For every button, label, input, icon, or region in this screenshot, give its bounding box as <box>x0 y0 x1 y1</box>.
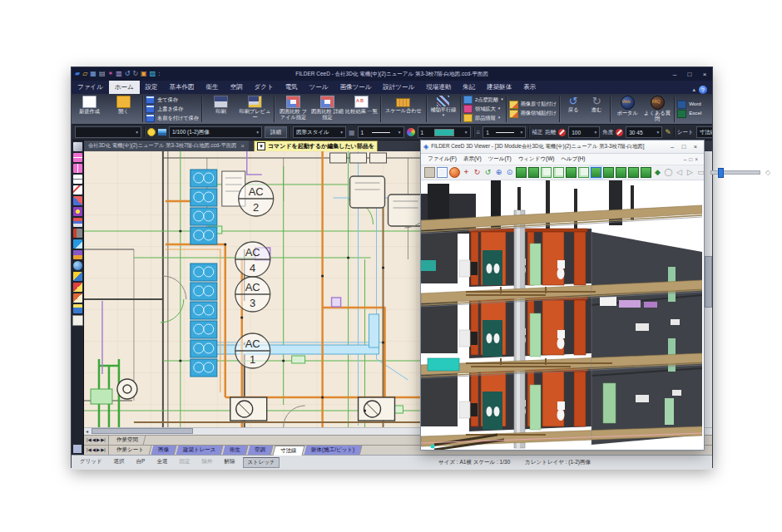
line-tool-icon[interactable] <box>73 175 82 184</box>
layer-visibility-icon[interactable] <box>147 128 156 136</box>
viewer-menu-tools[interactable]: ツール(T) <box>485 155 515 163</box>
section-box-icon[interactable] <box>591 167 601 178</box>
pipe-tool-icon[interactable] <box>73 250 82 259</box>
select-all-toggle[interactable]: 全選 <box>153 457 171 468</box>
sphere-tool-icon[interactable] <box>73 261 82 270</box>
child-minimize-button[interactable]: – <box>684 156 687 162</box>
polyline-tool-icon[interactable] <box>73 185 82 195</box>
ribbon-tab[interactable]: 朱記 <box>457 81 481 94</box>
viewer-menu-view[interactable]: 表示(V) <box>460 155 485 163</box>
step-back-icon[interactable]: ◁ <box>675 168 684 177</box>
clamp-tool-icon[interactable] <box>73 229 82 238</box>
color-wheel-icon[interactable] <box>407 128 415 136</box>
scrollbar-thumb[interactable] <box>92 428 193 434</box>
close-tab-icon[interactable]: × <box>240 142 245 150</box>
portal-button[interactable]: ポータル <box>613 96 641 116</box>
view-back-icon[interactable] <box>566 167 577 178</box>
angle-combo[interactable]: 30 45▾ <box>626 126 662 138</box>
sheet-tab-sanitary[interactable]: 衛生 <box>223 446 249 455</box>
ribbon-tab[interactable]: 建築躯体 <box>481 81 517 94</box>
ribbon-tab[interactable]: 衛生 <box>200 81 225 94</box>
ribbon-tab[interactable]: 画像ツール <box>334 81 377 94</box>
zoom-region-button[interactable]: 領域拡大 ▾ <box>463 105 500 113</box>
ribbon-tab[interactable]: 基本作図 <box>164 81 200 94</box>
star-tool-icon[interactable] <box>73 207 82 216</box>
ribbon-tab[interactable]: ツール <box>304 81 334 94</box>
redo-icon[interactable]: ↻ <box>132 70 138 78</box>
detail-button[interactable]: 詳細 <box>265 126 287 138</box>
workspace-tab[interactable]: 作業空間 <box>109 436 146 445</box>
zoom-window-icon[interactable]: ⊙ <box>505 168 514 177</box>
next-tab-button[interactable]: ▶ <box>97 437 100 442</box>
new-file-icon[interactable]: ▱ <box>82 70 87 78</box>
sheet-combo[interactable]: 寸法線▾ <box>696 126 712 138</box>
excel-button[interactable]: Excel <box>677 110 701 118</box>
stop-icon[interactable]: ◯ <box>664 168 673 177</box>
wall-tool-icon[interactable] <box>73 218 82 227</box>
ribbon-tab[interactable]: ファイル <box>72 81 109 94</box>
scrollbar-thumb[interactable] <box>705 256 712 308</box>
aux-parallel-button[interactable]: 補助平行線 ▾ <box>429 96 458 117</box>
view-side-icon[interactable] <box>553 167 564 178</box>
chart-icon[interactable]: ▨ <box>150 70 156 78</box>
angle-lock-icon[interactable] <box>616 129 623 136</box>
toolbar-footer-icon[interactable] <box>73 445 82 453</box>
sheet-tab-hvac[interactable]: 空調 <box>248 446 274 455</box>
part-info-button[interactable]: 部品情報 ▾ <box>463 114 500 122</box>
scroll-left-icon[interactable]: ◂ <box>84 428 90 434</box>
pause-icon[interactable]: ▭ <box>696 168 705 177</box>
clip-plane-icon[interactable] <box>603 167 614 178</box>
select-toggle[interactable]: 選択 <box>111 457 128 468</box>
prev-tab-button[interactable]: ◀ <box>92 447 96 452</box>
app-icon[interactable]: ▰ <box>75 70 80 78</box>
pan-icon[interactable]: + <box>462 168 471 177</box>
last-tab-button[interactable]: ▶| <box>101 447 106 452</box>
print-preview-button[interactable]: 印刷プレビュー <box>239 96 271 121</box>
view-bottom-icon[interactable] <box>578 167 589 178</box>
release-toggle[interactable]: 解除 <box>220 457 238 468</box>
paste-icon[interactable]: ▥ <box>116 70 122 78</box>
hide-parts-icon[interactable] <box>616 167 626 178</box>
maximize-button[interactable]: □ <box>682 71 697 78</box>
first-tab-button[interactable]: |◀ <box>87 437 92 442</box>
exclude-toggle[interactable]: 除外 <box>198 457 215 468</box>
line-type-combo[interactable]: 1▾ <box>483 126 526 138</box>
view-front-icon[interactable] <box>528 167 539 178</box>
ribbon-tab[interactable]: 表示 <box>517 81 542 94</box>
stretch-toggle[interactable]: ストレッチ <box>243 457 279 468</box>
rotate-view-icon[interactable]: ↻ <box>473 168 482 177</box>
view-iso-icon[interactable] <box>516 167 527 178</box>
faq-button[interactable]: よくある質問 <box>643 96 671 122</box>
cut-icon[interactable]: ✶ <box>107 70 113 78</box>
overwrite-save-button[interactable]: 上書き保存 <box>146 105 183 113</box>
line-type-icon[interactable]: ≡ <box>477 129 481 136</box>
autop-toggle[interactable]: 自P <box>133 457 149 468</box>
more-icon[interactable]: : <box>158 70 160 78</box>
fix-toggle[interactable]: 固定 <box>176 457 193 468</box>
save-icon[interactable]: ▦ <box>90 70 97 78</box>
compare-detail-button[interactable]: 図面比較 詳細指定 <box>311 96 344 121</box>
scale-layer-combo[interactable]: 1/100 (1-2)画像▾ <box>169 126 262 138</box>
viewer-menu-help[interactable]: ヘルプ(H) <box>557 155 588 163</box>
ribbon-tab[interactable]: ダクト <box>249 81 280 94</box>
layers-icon[interactable] <box>158 129 166 135</box>
quick-select-combo[interactable]: ▾ <box>75 126 141 138</box>
pen-icon[interactable]: ✎ <box>665 128 671 136</box>
save-all-button[interactable]: 全て保存 <box>146 96 178 104</box>
view-top-icon[interactable] <box>541 167 552 178</box>
copy-parts-icon[interactable] <box>73 283 82 292</box>
image-paste-region-button[interactable]: 画像領域貼付け <box>509 110 557 118</box>
angle-tool-icon[interactable] <box>73 196 82 205</box>
print-button[interactable]: 印刷 <box>205 96 237 115</box>
drawing-tab[interactable]: 会社3D化 電機(中)(2)ニューアル 第3-3校7階-白地図.ccd-平面図 … <box>84 140 249 151</box>
scale-match-button[interactable]: スケール合わせ <box>384 96 423 114</box>
sheet-tab-arch-trace[interactable]: 建築トレース <box>176 446 223 455</box>
distance-combo[interactable]: 100▾ <box>568 126 600 138</box>
sheet-tab-image[interactable]: 画像 <box>151 446 176 455</box>
viewer-close-button[interactable]: × <box>690 143 701 150</box>
select-tool-icon[interactable] <box>73 142 82 151</box>
help-icon[interactable]: ? <box>699 86 707 94</box>
zoom-in-icon[interactable]: ⊕ <box>494 168 503 177</box>
first-tab-button[interactable]: |◀ <box>87 447 92 452</box>
play-icon[interactable]: ▷ <box>685 168 695 177</box>
